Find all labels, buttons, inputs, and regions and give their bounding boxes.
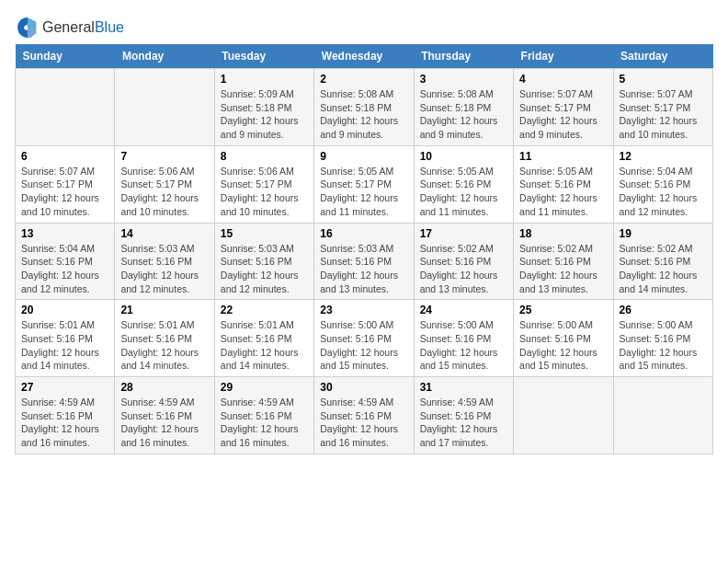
calendar-cell: 5Sunrise: 5:07 AM Sunset: 5:17 PM Daylig… [613, 69, 712, 146]
calendar-cell: 27Sunrise: 4:59 AM Sunset: 5:16 PM Dayli… [16, 377, 115, 454]
calendar-cell: 10Sunrise: 5:05 AM Sunset: 5:16 PM Dayli… [414, 145, 513, 223]
day-info: Sunrise: 4:59 AM Sunset: 5:16 PM Dayligh… [120, 396, 208, 450]
day-number: 9 [320, 150, 407, 163]
day-number: 6 [21, 150, 108, 163]
day-info: Sunrise: 5:03 AM Sunset: 5:16 PM Dayligh… [320, 242, 407, 296]
calendar-cell: 9Sunrise: 5:05 AM Sunset: 5:17 PM Daylig… [314, 145, 414, 223]
weekday-header: Sunday [16, 44, 115, 69]
day-info: Sunrise: 4:59 AM Sunset: 5:16 PM Dayligh… [221, 396, 308, 450]
day-number: 14 [120, 227, 208, 240]
day-info: Sunrise: 5:06 AM Sunset: 5:17 PM Dayligh… [221, 165, 308, 219]
day-info: Sunrise: 5:02 AM Sunset: 5:16 PM Dayligh… [420, 242, 507, 296]
day-info: Sunrise: 5:09 AM Sunset: 5:18 PM Dayligh… [221, 87, 308, 142]
logo-text: General Blue [42, 19, 124, 36]
day-number: 19 [620, 227, 707, 240]
calendar-cell: 29Sunrise: 4:59 AM Sunset: 5:16 PM Dayli… [214, 377, 313, 454]
day-info: Sunrise: 5:07 AM Sunset: 5:17 PM Dayligh… [21, 165, 108, 219]
calendar-cell [115, 69, 214, 146]
day-info: Sunrise: 5:08 AM Sunset: 5:18 PM Dayligh… [420, 87, 507, 142]
calendar-cell: 8Sunrise: 5:06 AM Sunset: 5:17 PM Daylig… [214, 145, 313, 223]
day-info: Sunrise: 5:00 AM Sunset: 5:16 PM Dayligh… [420, 318, 507, 373]
day-info: Sunrise: 5:01 AM Sunset: 5:16 PM Dayligh… [120, 318, 208, 373]
day-number: 20 [21, 304, 108, 316]
day-number: 1 [221, 73, 308, 86]
day-number: 24 [420, 304, 507, 316]
day-number: 23 [320, 304, 407, 316]
day-number: 12 [620, 150, 707, 163]
calendar-cell: 17Sunrise: 5:02 AM Sunset: 5:16 PM Dayli… [414, 223, 513, 300]
day-number: 30 [320, 381, 407, 394]
weekday-header: Monday [115, 44, 214, 69]
calendar-cell: 23Sunrise: 5:00 AM Sunset: 5:16 PM Dayli… [314, 300, 414, 377]
weekday-header: Thursday [414, 44, 513, 69]
calendar-cell [16, 69, 115, 146]
day-info: Sunrise: 5:05 AM Sunset: 5:16 PM Dayligh… [519, 165, 607, 219]
day-info: Sunrise: 5:01 AM Sunset: 5:16 PM Dayligh… [21, 318, 108, 373]
day-info: Sunrise: 5:02 AM Sunset: 5:16 PM Dayligh… [620, 242, 707, 296]
day-info: Sunrise: 4:59 AM Sunset: 5:16 PM Dayligh… [21, 396, 108, 450]
day-number: 16 [320, 227, 407, 240]
day-number: 29 [221, 381, 308, 394]
day-info: Sunrise: 5:04 AM Sunset: 5:16 PM Dayligh… [21, 242, 108, 296]
weekday-header: Saturday [613, 44, 712, 69]
day-info: Sunrise: 5:03 AM Sunset: 5:16 PM Dayligh… [120, 242, 208, 296]
calendar-cell: 13Sunrise: 5:04 AM Sunset: 5:16 PM Dayli… [16, 223, 115, 300]
day-info: Sunrise: 5:07 AM Sunset: 5:17 PM Dayligh… [620, 87, 707, 142]
calendar-cell: 15Sunrise: 5:03 AM Sunset: 5:16 PM Dayli… [214, 223, 313, 300]
day-number: 27 [21, 381, 108, 394]
calendar-cell [613, 377, 712, 454]
calendar-cell: 26Sunrise: 5:00 AM Sunset: 5:16 PM Dayli… [613, 300, 712, 377]
day-number: 18 [519, 227, 607, 240]
day-number: 8 [221, 150, 308, 163]
calendar-cell: 3Sunrise: 5:08 AM Sunset: 5:18 PM Daylig… [414, 69, 513, 146]
calendar-cell: 12Sunrise: 5:04 AM Sunset: 5:16 PM Dayli… [613, 145, 712, 223]
calendar-week-row: 6Sunrise: 5:07 AM Sunset: 5:17 PM Daylig… [16, 145, 713, 223]
calendar-cell: 19Sunrise: 5:02 AM Sunset: 5:16 PM Dayli… [613, 223, 712, 300]
weekday-header: Wednesday [314, 44, 414, 69]
calendar-cell: 21Sunrise: 5:01 AM Sunset: 5:16 PM Dayli… [115, 300, 214, 377]
page-header: General Blue [15, 15, 713, 40]
calendar-cell: 4Sunrise: 5:07 AM Sunset: 5:17 PM Daylig… [514, 69, 613, 146]
calendar-cell: 11Sunrise: 5:05 AM Sunset: 5:16 PM Dayli… [514, 145, 613, 223]
day-number: 11 [519, 150, 607, 163]
day-info: Sunrise: 5:08 AM Sunset: 5:18 PM Dayligh… [320, 87, 407, 142]
calendar-week-row: 20Sunrise: 5:01 AM Sunset: 5:16 PM Dayli… [16, 300, 713, 377]
day-number: 4 [519, 73, 607, 86]
day-info: Sunrise: 4:59 AM Sunset: 5:16 PM Dayligh… [320, 396, 407, 450]
day-number: 26 [620, 304, 707, 316]
day-number: 13 [21, 227, 108, 240]
day-number: 28 [120, 381, 208, 394]
day-info: Sunrise: 5:00 AM Sunset: 5:16 PM Dayligh… [320, 318, 407, 373]
day-number: 7 [120, 150, 208, 163]
calendar-cell: 24Sunrise: 5:00 AM Sunset: 5:16 PM Dayli… [414, 300, 513, 377]
day-info: Sunrise: 5:05 AM Sunset: 5:16 PM Dayligh… [420, 165, 507, 219]
day-number: 5 [620, 73, 707, 86]
calendar-cell: 6Sunrise: 5:07 AM Sunset: 5:17 PM Daylig… [16, 145, 115, 223]
day-info: Sunrise: 5:01 AM Sunset: 5:16 PM Dayligh… [221, 318, 308, 373]
calendar-week-row: 1Sunrise: 5:09 AM Sunset: 5:18 PM Daylig… [16, 69, 713, 146]
day-info: Sunrise: 5:00 AM Sunset: 5:16 PM Dayligh… [519, 318, 607, 373]
calendar-cell: 14Sunrise: 5:03 AM Sunset: 5:16 PM Dayli… [115, 223, 214, 300]
day-number: 21 [120, 304, 208, 316]
day-info: Sunrise: 5:05 AM Sunset: 5:17 PM Dayligh… [320, 165, 407, 219]
day-number: 25 [519, 304, 607, 316]
weekday-header-row: SundayMondayTuesdayWednesdayThursdayFrid… [16, 44, 713, 69]
calendar-week-row: 27Sunrise: 4:59 AM Sunset: 5:16 PM Dayli… [16, 377, 713, 454]
day-number: 22 [221, 304, 308, 316]
day-info: Sunrise: 5:06 AM Sunset: 5:17 PM Dayligh… [120, 165, 208, 219]
day-number: 17 [420, 227, 507, 240]
calendar-cell: 7Sunrise: 5:06 AM Sunset: 5:17 PM Daylig… [115, 145, 214, 223]
weekday-header: Tuesday [214, 44, 313, 69]
calendar-cell: 1Sunrise: 5:09 AM Sunset: 5:18 PM Daylig… [214, 69, 313, 146]
calendar-cell: 30Sunrise: 4:59 AM Sunset: 5:16 PM Dayli… [314, 377, 414, 454]
calendar-cell: 22Sunrise: 5:01 AM Sunset: 5:16 PM Dayli… [214, 300, 313, 377]
calendar-cell: 2Sunrise: 5:08 AM Sunset: 5:18 PM Daylig… [314, 69, 414, 146]
calendar-cell: 16Sunrise: 5:03 AM Sunset: 5:16 PM Dayli… [314, 223, 414, 300]
logo-icon [15, 15, 40, 40]
logo-general: General [42, 19, 95, 36]
day-info: Sunrise: 5:07 AM Sunset: 5:17 PM Dayligh… [519, 87, 607, 142]
day-info: Sunrise: 5:00 AM Sunset: 5:16 PM Dayligh… [620, 318, 707, 373]
calendar-cell: 31Sunrise: 4:59 AM Sunset: 5:16 PM Dayli… [414, 377, 513, 454]
weekday-header: Friday [514, 44, 613, 69]
calendar-cell [514, 377, 613, 454]
